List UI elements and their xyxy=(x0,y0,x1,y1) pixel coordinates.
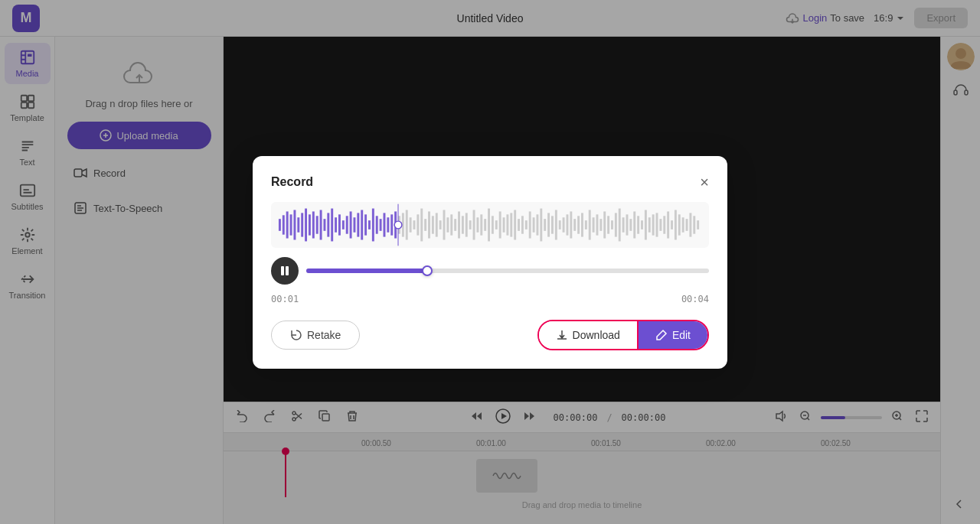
svg-rect-69 xyxy=(446,217,449,233)
svg-rect-36 xyxy=(323,219,325,231)
svg-rect-42 xyxy=(346,216,348,233)
svg-rect-77 xyxy=(476,217,479,233)
svg-rect-28 xyxy=(293,210,296,239)
record-modal: Record × // We'll draw bars inline via h… xyxy=(253,156,727,369)
svg-rect-125 xyxy=(656,213,658,236)
svg-rect-95 xyxy=(544,219,546,231)
svg-rect-122 xyxy=(645,210,647,239)
svg-rect-46 xyxy=(361,210,363,239)
svg-rect-40 xyxy=(338,214,341,235)
svg-rect-85 xyxy=(506,214,508,235)
svg-rect-74 xyxy=(466,213,468,236)
svg-rect-117 xyxy=(626,214,629,235)
svg-rect-126 xyxy=(659,219,662,231)
svg-rect-98 xyxy=(555,210,557,239)
svg-rect-72 xyxy=(458,211,460,238)
svg-rect-140 xyxy=(286,266,289,275)
svg-rect-65 xyxy=(432,216,434,233)
svg-rect-133 xyxy=(686,219,688,231)
svg-rect-45 xyxy=(357,213,359,236)
svg-rect-127 xyxy=(663,216,665,233)
svg-rect-118 xyxy=(629,219,632,231)
retake-button[interactable]: Retake xyxy=(271,321,360,350)
edit-icon xyxy=(655,329,668,341)
svg-rect-134 xyxy=(689,213,691,236)
svg-rect-91 xyxy=(529,211,531,238)
svg-rect-34 xyxy=(316,216,318,233)
svg-rect-35 xyxy=(320,210,322,239)
svg-rect-119 xyxy=(633,211,635,238)
svg-rect-105 xyxy=(581,213,583,236)
svg-rect-113 xyxy=(611,220,613,229)
modal-current-time: 00:01 xyxy=(271,294,299,304)
download-button[interactable]: Download xyxy=(539,321,639,349)
modal-title: Record xyxy=(271,175,313,189)
svg-rect-41 xyxy=(342,220,345,229)
svg-rect-132 xyxy=(682,217,684,233)
svg-rect-78 xyxy=(480,214,482,235)
svg-rect-121 xyxy=(641,220,643,229)
download-icon xyxy=(556,329,568,341)
edit-button[interactable]: Edit xyxy=(639,321,707,349)
svg-rect-58 xyxy=(406,210,408,239)
svg-rect-50 xyxy=(376,216,378,233)
svg-rect-111 xyxy=(603,211,606,238)
play-controls xyxy=(271,257,709,285)
svg-rect-61 xyxy=(416,214,419,235)
svg-rect-100 xyxy=(563,217,565,233)
svg-rect-136 xyxy=(697,220,699,229)
svg-rect-128 xyxy=(667,211,669,238)
pause-button[interactable] xyxy=(271,257,299,285)
svg-rect-87 xyxy=(514,210,516,239)
svg-rect-70 xyxy=(450,214,452,235)
svg-rect-81 xyxy=(492,216,494,233)
svg-rect-68 xyxy=(443,210,446,239)
progress-fill xyxy=(306,269,427,273)
svg-rect-88 xyxy=(518,219,520,231)
svg-rect-39 xyxy=(335,217,337,233)
svg-rect-67 xyxy=(439,220,442,229)
svg-rect-109 xyxy=(596,214,599,235)
svg-rect-75 xyxy=(469,220,472,229)
svg-rect-38 xyxy=(331,208,333,241)
progress-times: 00:01 00:04 xyxy=(271,294,709,304)
modal-actions: Retake Download Edit xyxy=(271,320,709,350)
svg-rect-27 xyxy=(290,214,292,235)
svg-rect-54 xyxy=(390,214,393,235)
svg-rect-89 xyxy=(521,216,524,233)
svg-rect-66 xyxy=(436,213,438,236)
svg-point-138 xyxy=(394,221,402,229)
svg-rect-71 xyxy=(454,219,456,231)
svg-rect-104 xyxy=(577,216,580,233)
svg-rect-94 xyxy=(540,208,542,241)
modal-close-button[interactable]: × xyxy=(700,174,709,190)
svg-rect-44 xyxy=(353,217,355,233)
svg-rect-130 xyxy=(675,210,677,239)
progress-area xyxy=(306,269,709,273)
svg-rect-106 xyxy=(585,220,587,229)
svg-rect-31 xyxy=(305,208,307,241)
svg-rect-48 xyxy=(368,220,371,229)
svg-rect-83 xyxy=(499,211,501,238)
svg-rect-33 xyxy=(312,211,315,238)
progress-track[interactable] xyxy=(306,269,709,273)
modal-overlay: Record × // We'll draw bars inline via h… xyxy=(0,0,980,524)
svg-rect-37 xyxy=(327,213,329,236)
svg-rect-30 xyxy=(301,213,303,236)
svg-rect-82 xyxy=(495,220,498,229)
svg-rect-90 xyxy=(525,220,528,229)
svg-rect-84 xyxy=(503,217,505,233)
svg-rect-99 xyxy=(559,220,561,229)
modal-total-time: 00:04 xyxy=(681,294,709,304)
svg-rect-114 xyxy=(615,213,617,236)
svg-rect-76 xyxy=(473,210,475,239)
svg-rect-110 xyxy=(599,219,602,231)
svg-rect-135 xyxy=(693,216,695,233)
svg-rect-52 xyxy=(384,213,386,236)
svg-rect-63 xyxy=(424,219,426,231)
svg-rect-25 xyxy=(283,215,285,234)
svg-rect-108 xyxy=(593,217,595,233)
svg-rect-26 xyxy=(286,211,289,238)
svg-rect-93 xyxy=(536,214,538,235)
modal-header: Record × xyxy=(271,174,709,190)
